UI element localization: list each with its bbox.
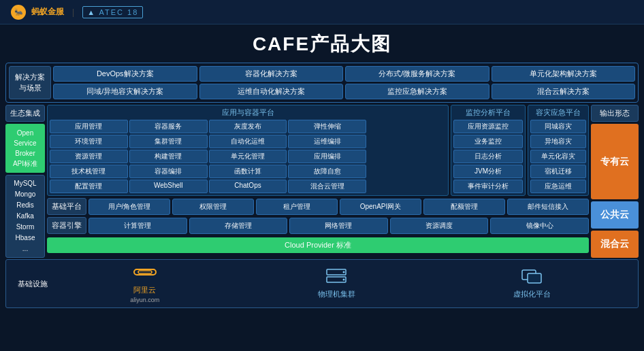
sol-dr: 同域/异地容灾解决方案 bbox=[53, 84, 197, 99]
server-icon bbox=[324, 268, 349, 288]
monitor-grid: 应用资源监控 业务监控 日志分析 JVM分析 事件审计分析 bbox=[453, 120, 523, 193]
aliyun-name: 阿里云 bbox=[133, 285, 156, 295]
app-cell-17: 函数计算 bbox=[209, 165, 287, 178]
app-cell-6: 集群管理 bbox=[129, 135, 208, 148]
solutions-label: 解决方案 与场景 bbox=[9, 66, 51, 99]
app-cell-13: 应用编排 bbox=[288, 150, 366, 163]
app-cell-10: 资源管理 bbox=[50, 150, 128, 163]
app-cell-14 bbox=[368, 150, 446, 163]
app-container-platform: 应用与容器平台 应用管理 容器服务 灰度发布 弹性伸缩 环境管理 集群管理 自动… bbox=[47, 105, 449, 196]
app-cell-1: 容器服务 bbox=[129, 120, 208, 133]
monitor-cell-1: 业务监控 bbox=[453, 135, 523, 148]
disaster-grid: 同城容灾 异地容灾 单元化容灾 宿机迁移 应急运维 bbox=[530, 120, 586, 193]
disaster-cell-3: 宿机迁移 bbox=[530, 165, 586, 178]
app-cell-3: 弹性伸缩 bbox=[288, 120, 366, 133]
ecosystem-db-list: MySQL Mongo Redis Kafka Storm Hbase ... bbox=[5, 175, 45, 258]
disaster-platform: 容灾应急平台 同城容灾 异地容灾 单元化容灾 宿机迁移 应急运维 bbox=[528, 105, 589, 196]
sol-unitarch: 单元化架构解决方案 bbox=[492, 66, 636, 82]
base-item-1: 权限管理 bbox=[172, 199, 254, 215]
svg-rect-1 bbox=[138, 271, 152, 273]
base-item-0: 用户/角色管理 bbox=[88, 199, 170, 215]
sol-devops: DevOps解决方案 bbox=[53, 66, 197, 82]
top-platforms: 应用与容器平台 应用管理 容器服务 灰度发布 弹性伸缩 环境管理 集群管理 自动… bbox=[47, 105, 589, 196]
ecosystem-label: 生态集成 bbox=[5, 105, 45, 122]
app-cell-8: 运维编排 bbox=[288, 135, 366, 148]
ant-financial-logo: 🐜 bbox=[11, 5, 26, 20]
app-grid: 应用管理 容器服务 灰度发布 弹性伸缩 环境管理 集群管理 自动化运维 运维编排… bbox=[50, 120, 446, 193]
app-cell-4 bbox=[368, 120, 446, 133]
app-platform-title: 应用与容器平台 bbox=[50, 107, 446, 118]
sol-autoops: 运维自动化解决方案 bbox=[199, 84, 344, 99]
container-item-4: 镜像中心 bbox=[490, 218, 589, 234]
container-item-0: 计算管理 bbox=[88, 218, 187, 234]
app-cell-12: 单元化管理 bbox=[209, 150, 287, 163]
monitor-cell-2: 日志分析 bbox=[453, 150, 523, 163]
app-cell-19 bbox=[368, 165, 446, 178]
app-cell-24 bbox=[368, 180, 446, 193]
atec-logo: ▲ ATEC 18 bbox=[82, 6, 143, 18]
svg-rect-7 bbox=[528, 273, 541, 283]
base-item-2: 租户管理 bbox=[256, 199, 338, 215]
sol-microservice: 分布式/微服务解决方案 bbox=[345, 66, 489, 82]
virt-name: 虚拟化平台 bbox=[513, 289, 551, 299]
app-cell-22: ChatOps bbox=[209, 180, 287, 193]
disaster-platform-title: 容灾应急平台 bbox=[530, 107, 586, 118]
container-item-2: 网络管理 bbox=[289, 218, 388, 234]
sol-monitor: 监控应急解决方案 bbox=[345, 84, 489, 99]
app-cell-21: WebShell bbox=[129, 180, 208, 193]
container-engine-label: 容器引擎 bbox=[47, 217, 86, 234]
solutions-row: 解决方案 与场景 DevOps解决方案 容器化解决方案 分布式/微服务解决方案 … bbox=[9, 66, 635, 99]
infrastructure-row: 基础设施 阿里云 aliyun.com bbox=[5, 259, 639, 308]
svg-rect-0 bbox=[134, 269, 156, 275]
cloud-provider-bar: Cloud Provider 标准 bbox=[47, 237, 589, 253]
center-platforms: 应用与容器平台 应用管理 容器服务 灰度发布 弹性伸缩 环境管理 集群管理 自动… bbox=[47, 105, 589, 258]
app-cell-2: 灰度发布 bbox=[209, 120, 287, 133]
output-column: 输出形态 专有云 公共云 混合云 bbox=[591, 105, 639, 258]
app-cell-5: 环境管理 bbox=[50, 135, 128, 148]
divider: | bbox=[72, 7, 74, 17]
ant-financial-text: 蚂蚁金服 bbox=[31, 6, 64, 18]
app-cell-20: 配置管理 bbox=[50, 180, 128, 193]
app-cell-15: 技术栈管理 bbox=[50, 165, 128, 178]
app-cell-18: 故障自愈 bbox=[288, 165, 366, 178]
aliyun-icon bbox=[133, 264, 157, 284]
disaster-cell-1: 异地容灾 bbox=[530, 135, 586, 148]
base-platform-label: 基础平台 bbox=[47, 198, 86, 215]
monitor-platform-title: 监控分析平台 bbox=[453, 107, 523, 118]
app-cell-7: 自动化运维 bbox=[209, 135, 287, 148]
base-item-5: 邮件短信接入 bbox=[507, 199, 589, 215]
output-hybrid: 混合云 bbox=[591, 231, 639, 258]
infra-virt: 虚拟化平台 bbox=[513, 268, 551, 299]
infra-label: 基础设施 bbox=[14, 279, 51, 289]
output-public: 公共云 bbox=[591, 201, 639, 229]
page-title: CAFE产品大图 bbox=[0, 24, 644, 63]
svg-point-4 bbox=[343, 271, 345, 273]
infra-aliyun: 阿里云 aliyun.com bbox=[130, 264, 159, 303]
base-platform-items: 用户/角色管理 权限管理 租户管理 OpenAPI网关 配额管理 邮件短信接入 bbox=[88, 199, 589, 215]
ecosystem-column: 生态集成 Open Service Broker API标准 MySQL Mon… bbox=[5, 105, 45, 258]
container-engine-row: 容器引擎 计算管理 存储管理 网络管理 资源调度 镜像中心 bbox=[47, 217, 589, 234]
sol-hybrid: 混合云解决方案 bbox=[492, 84, 636, 99]
main-content: 解决方案 与场景 DevOps解决方案 容器化解决方案 分布式/微服务解决方案 … bbox=[0, 63, 644, 308]
header-bar: 🐜 蚂蚁金服 | ▲ ATEC 18 bbox=[0, 0, 644, 24]
monitor-cell-4: 事件审计分析 bbox=[453, 180, 523, 193]
output-label: 输出形态 bbox=[591, 105, 639, 122]
container-item-1: 存储管理 bbox=[189, 218, 288, 234]
atec-label: ATEC 18 bbox=[99, 8, 138, 16]
monitor-cell-0: 应用资源监控 bbox=[453, 120, 523, 133]
app-cell-0: 应用管理 bbox=[50, 120, 128, 133]
base-platform-row: 基础平台 用户/角色管理 权限管理 租户管理 OpenAPI网关 配额管理 邮件… bbox=[47, 198, 589, 215]
open-service-broker: Open Service Broker API标准 bbox=[5, 124, 45, 173]
disaster-cell-4: 应急运维 bbox=[530, 180, 586, 193]
monitor-cell-3: JVM分析 bbox=[453, 165, 523, 178]
solutions-items: DevOps解决方案 容器化解决方案 分布式/微服务解决方案 单元化架构解决方案… bbox=[53, 66, 635, 99]
physical-name: 物理机集群 bbox=[318, 289, 355, 299]
app-cell-9 bbox=[368, 135, 446, 148]
aliyun-sub: aliyun.com bbox=[130, 297, 159, 303]
app-cell-11: 构建管理 bbox=[129, 150, 208, 163]
disaster-cell-0: 同城容灾 bbox=[530, 120, 586, 133]
platforms-area: 生态集成 Open Service Broker API标准 MySQL Mon… bbox=[5, 105, 639, 258]
base-item-4: 配额管理 bbox=[423, 199, 505, 215]
sol-container: 容器化解决方案 bbox=[199, 66, 344, 82]
infra-physical: 物理机集群 bbox=[318, 268, 355, 299]
